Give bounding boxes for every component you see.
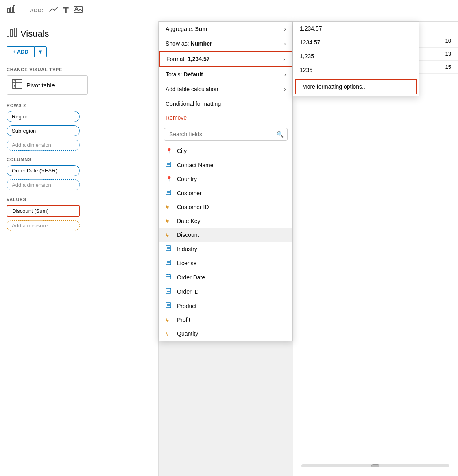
left-panel: Visuals + ADD ▼ CHANGE VISUAL TYPE Pivot… — [0, 21, 159, 476]
scrollbar-thumb[interactable] — [371, 464, 379, 467]
list-item-city[interactable]: 📍 City — [159, 144, 292, 158]
svg-rect-7 — [14, 28, 16, 37]
pivot-table-icon — [12, 79, 22, 91]
format-option-0[interactable]: 1,234.57 — [293, 22, 419, 35]
svg-rect-8 — [12, 79, 22, 88]
visuals-title: Visuals — [20, 28, 49, 39]
format-divider — [293, 77, 419, 77]
country-pin-icon: 📍 — [166, 176, 173, 182]
toolbar: ADD: T — [0, 0, 458, 21]
svg-rect-23 — [166, 275, 171, 279]
columns-section: COLUMNS Order Date (YEAR) Add a dimensio… — [7, 157, 152, 190]
conditional-formatting-item[interactable]: Conditional formatting — [159, 96, 292, 111]
rows-label: ROWS 2 — [7, 103, 152, 108]
profit-label: Profit — [177, 317, 190, 323]
add-measure-label: Add a measure — [12, 223, 48, 229]
list-item-order-date[interactable]: Order Date — [159, 270, 292, 284]
search-input[interactable] — [164, 128, 288, 141]
image-icon[interactable] — [74, 5, 83, 15]
customer-id-hash-icon: # — [166, 204, 173, 210]
add-dropdown-button[interactable]: ▼ — [34, 46, 47, 57]
search-wrapper: 🔍 — [164, 128, 288, 141]
text-icon[interactable]: T — [63, 5, 69, 16]
svg-rect-17 — [166, 246, 171, 251]
list-item-order-id[interactable]: Order ID — [159, 284, 292, 299]
aggregate-label: Aggregate: Sum — [166, 26, 207, 32]
show-as-label: Show as: Number — [166, 40, 212, 47]
svg-rect-20 — [166, 260, 171, 265]
chart-icon[interactable] — [7, 4, 16, 16]
format-menu-item[interactable]: Format: 1,234.57 › — [159, 51, 292, 67]
search-icon: 🔍 — [277, 131, 284, 138]
format-submenu: 1,234.57 1234.57 1,235 1235 More formatt… — [293, 21, 419, 96]
list-item-contact-name[interactable]: Contact Name — [159, 158, 292, 172]
list-item-product[interactable]: Product — [159, 299, 292, 313]
svg-rect-3 — [74, 6, 82, 13]
list-item-profit[interactable]: # Profit — [159, 313, 292, 327]
show-as-arrow: › — [284, 40, 286, 47]
discount-label: Discount — [177, 231, 199, 238]
more-formatting-options[interactable]: More formatting options... — [295, 79, 417, 94]
totals-menu-item[interactable]: Totals: Default › — [159, 67, 292, 82]
svg-rect-2 — [13, 5, 15, 13]
trend-icon[interactable] — [49, 5, 59, 15]
region-pill[interactable]: Region — [7, 111, 80, 122]
add-dimension-pill-columns[interactable]: Add a dimension — [7, 179, 80, 190]
add-dimension-pill-rows[interactable]: Add a dimension — [7, 140, 80, 151]
date-key-label: Date Key — [177, 218, 201, 224]
remove-item[interactable]: Remove — [159, 111, 292, 124]
totals-arrow: › — [284, 71, 286, 78]
columns-label: COLUMNS — [7, 157, 152, 162]
product-box-icon — [166, 302, 173, 309]
license-box-icon — [166, 260, 173, 266]
add-main-button[interactable]: + ADD — [7, 46, 34, 57]
field-list: 📍 City Contact Name 📍 Country Customer #… — [159, 144, 292, 341]
discount-sum-pill[interactable]: Discount (Sum) — [7, 205, 80, 217]
contact-name-label: Contact Name — [177, 162, 213, 168]
list-item-industry[interactable]: Industry — [159, 242, 292, 256]
customer-label: Customer — [177, 190, 202, 197]
svg-rect-30 — [166, 303, 171, 308]
industry-label: Industry — [177, 246, 197, 252]
visual-type-label: Pivot table — [26, 82, 55, 89]
format-option-3[interactable]: 1235 — [293, 63, 419, 77]
toolbar-divider — [23, 5, 23, 16]
order-date-label: Order Date (YEAR) — [12, 168, 57, 174]
add-table-calculation-item[interactable]: Add table calculation › — [159, 82, 292, 96]
customer-box-icon — [166, 190, 173, 197]
list-item-date-key[interactable]: # Date Key — [159, 214, 292, 228]
change-visual-label: CHANGE VISUAL TYPE — [7, 67, 152, 72]
format-option-1[interactable]: 1234.57 — [293, 35, 419, 49]
subregion-pill[interactable]: Subregion — [7, 125, 80, 136]
product-label: Product — [177, 303, 196, 309]
list-item-country[interactable]: 📍 Country — [159, 172, 292, 186]
order-date-pill[interactable]: Order Date (YEAR) — [7, 165, 80, 176]
format-option-2[interactable]: 1,235 — [293, 49, 419, 63]
svg-rect-5 — [7, 31, 9, 37]
add-button-group: + ADD ▼ — [7, 46, 47, 57]
discount-sum-label: Discount (Sum) — [12, 208, 49, 214]
list-item-discount[interactable]: # Discount — [159, 228, 292, 242]
add-dimension-label-rows: Add a dimension — [12, 142, 51, 148]
visual-type-box[interactable]: Pivot table — [7, 75, 88, 95]
list-item-license[interactable]: License — [159, 256, 292, 270]
discount-hash-icon: # — [166, 231, 173, 238]
list-item-customer[interactable]: Customer — [159, 186, 292, 200]
list-item-customer-id[interactable]: # Customer ID — [159, 200, 292, 214]
visuals-icon — [7, 28, 17, 40]
show-as-menu-item[interactable]: Show as: Number › — [159, 36, 292, 51]
region-label: Region — [12, 114, 28, 120]
quantity-hash-icon: # — [166, 330, 173, 337]
quantity-label: Quantity — [177, 330, 198, 337]
list-item-quantity[interactable]: # Quantity — [159, 327, 292, 341]
aggregate-menu-item[interactable]: Aggregate: Sum › — [159, 22, 292, 36]
add-measure-pill[interactable]: Add a measure — [7, 220, 80, 231]
city-label: City — [177, 148, 187, 154]
svg-rect-1 — [11, 7, 12, 13]
profit-hash-icon: # — [166, 317, 173, 323]
svg-rect-6 — [11, 29, 13, 37]
add-dimension-label-columns: Add a dimension — [12, 182, 51, 188]
contact-box-icon — [166, 162, 173, 168]
license-label: License — [177, 260, 196, 266]
context-menu: Aggregate: Sum › Show as: Number › Forma… — [159, 21, 293, 341]
